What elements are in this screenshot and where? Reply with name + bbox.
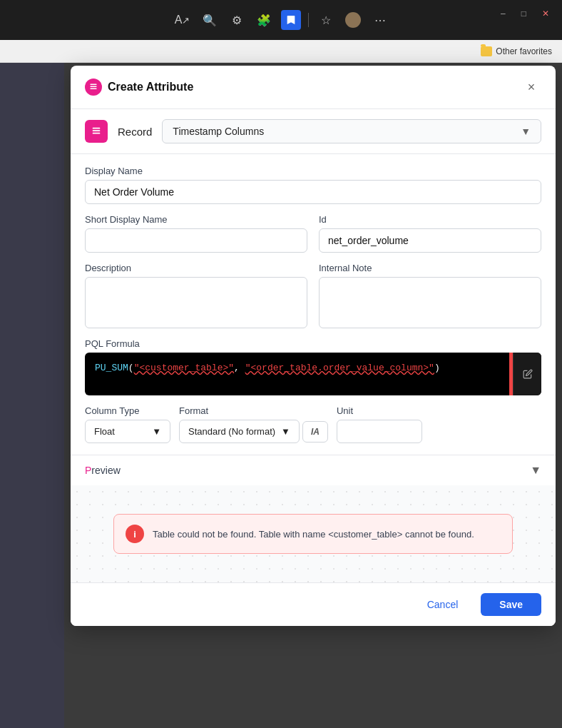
dialog-icon xyxy=(85,79,102,96)
column-type-label: Column Type xyxy=(85,405,170,416)
dialog-title-row: Create Attribute xyxy=(85,79,193,96)
record-type-dropdown[interactable]: Timestamp Columns ▼ xyxy=(162,119,541,143)
svg-rect-5 xyxy=(93,133,101,134)
desc-note-row: Description Internal Note xyxy=(85,263,541,328)
display-name-label: Display Name xyxy=(85,166,541,176)
preview-body: i Table could not be found. Table with n… xyxy=(71,485,556,582)
dialog-container: Create Attribute × Record Timestamp Colu… xyxy=(64,63,562,728)
column-type-chevron: ▼ xyxy=(152,426,161,437)
toolbar-icons: A↗ 🔍 ⚙ 🧩 ☆ ⋯ xyxy=(9,10,553,30)
pql-editor[interactable]: PU_SUM("<customer_table>", "<order_table… xyxy=(85,353,541,395)
format-dropdown[interactable]: Standard (No format) ▼ xyxy=(179,420,300,443)
column-type-field: Column Type Float ▼ xyxy=(85,405,170,443)
display-name-field: Display Name xyxy=(85,166,541,204)
star-icon[interactable]: ☆ xyxy=(316,10,336,30)
preview-p: P xyxy=(85,465,91,476)
format-field: Format Standard (No format) ▼ IA xyxy=(179,405,328,443)
error-icon: i xyxy=(126,525,144,543)
svg-rect-2 xyxy=(91,89,97,90)
id-input[interactable] xyxy=(319,228,541,253)
record-dropdown-chevron: ▼ xyxy=(521,126,531,137)
internal-note-label: Internal Note xyxy=(319,263,541,273)
column-type-dropdown[interactable]: Float ▼ xyxy=(85,420,170,443)
id-field: Id xyxy=(319,214,541,253)
record-icon xyxy=(85,120,108,143)
pql-paren-close: ) xyxy=(434,363,440,373)
format-chevron: ▼ xyxy=(281,426,290,437)
preview-header[interactable]: Preview ▼ xyxy=(71,455,556,485)
pql-formula-field: PQL Formula PU_SUM("<customer_table>", "… xyxy=(85,338,541,395)
pql-function: PU_SUM xyxy=(95,363,128,373)
top-bar: – □ ✕ A↗ 🔍 ⚙ 🧩 ☆ ⋯ xyxy=(0,0,562,40)
more-icon[interactable]: ⋯ xyxy=(370,10,390,30)
preview-section: Preview ▼ i Table could not be found. Ta… xyxy=(71,455,556,582)
svg-rect-1 xyxy=(91,86,97,88)
short-display-name-input[interactable] xyxy=(85,228,307,253)
svg-rect-0 xyxy=(91,84,97,86)
preview-label: Preview xyxy=(85,465,121,476)
pql-arg2: "<order_table.order_value_column>" xyxy=(245,363,434,373)
pql-code: PU_SUM("<customer_table>", "<order_table… xyxy=(95,363,440,373)
column-type-value: Float xyxy=(94,426,115,437)
format-value: Standard (No format) xyxy=(188,426,275,437)
display-name-input[interactable] xyxy=(85,180,541,204)
internal-note-field: Internal Note xyxy=(319,263,541,328)
pql-paren-open: ( xyxy=(128,363,134,373)
record-label: Record xyxy=(118,126,152,138)
id-label: Id xyxy=(319,214,541,225)
main-area: Create Attribute × Record Timestamp Colu… xyxy=(0,63,562,728)
other-favorites[interactable]: Other favorites xyxy=(481,46,552,56)
unit-input[interactable] xyxy=(337,420,422,443)
description-input[interactable] xyxy=(85,277,307,328)
dialog-footer: Cancel Save xyxy=(71,582,556,626)
avatar-icon[interactable] xyxy=(343,10,363,30)
save-button[interactable]: Save xyxy=(481,593,541,616)
unit-field: Unit xyxy=(337,405,422,443)
form-body: Display Name Short Display Name Id xyxy=(71,154,556,455)
short-display-name-field: Short Display Name xyxy=(85,214,307,253)
pql-formula-label: PQL Formula xyxy=(85,338,541,349)
preview-collapse-icon: ▼ xyxy=(530,464,541,477)
dialog-close-button[interactable]: × xyxy=(521,77,541,97)
pql-editor-wrap: PU_SUM("<customer_table>", "<order_table… xyxy=(85,353,541,395)
description-field: Description xyxy=(85,263,307,328)
zoom-icon[interactable]: 🔍 xyxy=(200,10,220,30)
settings-icon[interactable]: ⚙ xyxy=(227,10,247,30)
svg-rect-4 xyxy=(93,130,101,131)
config-row: Column Type Float ▼ Format Standard (No … xyxy=(85,405,541,443)
record-row: Record Timestamp Columns ▼ xyxy=(71,109,556,154)
font-icon[interactable]: A↗ xyxy=(173,10,193,30)
folder-icon xyxy=(481,46,492,56)
preview-rest: review xyxy=(91,465,120,476)
maximize-btn[interactable]: □ xyxy=(518,7,529,20)
error-card: i Table could not be found. Table with n… xyxy=(113,514,513,554)
format-label: Format xyxy=(179,405,328,416)
bookmark-icon[interactable] xyxy=(281,10,301,30)
error-message: Table could not be found. Table with nam… xyxy=(153,529,474,540)
description-label: Description xyxy=(85,263,307,273)
format-type-icon: IA xyxy=(311,427,320,437)
create-attribute-dialog: Create Attribute × Record Timestamp Colu… xyxy=(71,66,556,626)
cancel-button[interactable]: Cancel xyxy=(412,593,474,616)
pql-comma: , xyxy=(234,363,245,373)
pql-edit-button[interactable] xyxy=(513,353,541,395)
close-btn-window[interactable]: ✕ xyxy=(539,7,552,20)
pql-arg1: "<customer_table>" xyxy=(134,363,234,373)
format-type-button[interactable]: IA xyxy=(302,421,328,443)
short-display-name-label: Short Display Name xyxy=(85,214,307,225)
short-name-id-row: Short Display Name Id xyxy=(85,214,541,253)
favorites-bar: Other favorites xyxy=(0,40,562,63)
minimize-btn[interactable]: – xyxy=(498,7,509,20)
unit-label: Unit xyxy=(337,405,422,416)
dialog-header: Create Attribute × xyxy=(71,66,556,109)
record-type-value: Timestamp Columns xyxy=(173,126,264,137)
sidebar xyxy=(0,63,64,728)
dialog-title: Create Attribute xyxy=(108,81,193,93)
other-favorites-label: Other favorites xyxy=(496,46,552,56)
format-row: Standard (No format) ▼ IA xyxy=(179,420,328,443)
internal-note-input[interactable] xyxy=(319,277,541,328)
svg-rect-3 xyxy=(93,128,101,129)
extension-icon[interactable]: 🧩 xyxy=(254,10,274,30)
